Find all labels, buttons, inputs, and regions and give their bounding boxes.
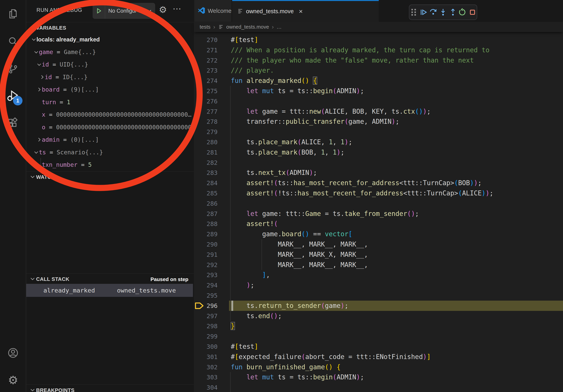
call-stack-section-header[interactable]: CALL STACK Paused on step — [26, 273, 194, 284]
code-line[interactable]: 292 MARK__, MARK__, MARK__, — [194, 260, 563, 270]
code-line[interactable]: 279 — [194, 127, 563, 137]
code-line[interactable]: 274fun already_marked() { — [194, 76, 563, 86]
breadcrumb-tests[interactable]: tests — [200, 24, 210, 30]
code-line[interactable]: 270#[test] — [194, 35, 563, 45]
line-number[interactable]: 301 — [194, 352, 218, 362]
line-number[interactable]: 272 — [194, 55, 218, 65]
line-number[interactable]: 275 — [194, 86, 218, 96]
line-number[interactable]: 284 — [194, 178, 218, 188]
settings-gear-icon[interactable]: ⚙ — [6, 373, 21, 388]
variable-row[interactable]: id = UID{...} — [26, 58, 194, 71]
chevron-down-icon[interactable] — [31, 37, 37, 42]
variable-row[interactable]: turn = 1 — [26, 96, 194, 109]
step-into-icon[interactable] — [439, 8, 448, 17]
line-number[interactable]: 280 — [194, 137, 218, 147]
step-out-icon[interactable] — [448, 8, 457, 17]
code-line[interactable]: 301#[expected_failure(abort_code = ttt::… — [194, 352, 563, 362]
watch-section-header[interactable]: WATCH — [26, 171, 194, 182]
call-stack-frame[interactable]: already_marked owned_tests.move — [26, 284, 193, 297]
line-number[interactable]: 277 — [194, 106, 218, 117]
code-line[interactable]: 273/// player. — [194, 65, 563, 76]
step-over-icon[interactable] — [429, 8, 437, 17]
line-number[interactable]: 270 — [194, 35, 218, 45]
line-number[interactable]: 290 — [194, 239, 218, 249]
gear-icon[interactable]: ⚙ — [159, 4, 167, 15]
line-number[interactable]: 297 — [194, 311, 218, 321]
code-line[interactable]: 286 — [194, 198, 563, 209]
chevron-down-icon[interactable] — [34, 150, 39, 155]
code-line[interactable]: 295 — [194, 290, 563, 301]
code-line[interactable]: 271/// When a position is already marked… — [194, 45, 563, 55]
start-debug-icon[interactable] — [93, 3, 105, 19]
line-number[interactable]: 298 — [194, 321, 218, 331]
search-icon[interactable] — [6, 34, 21, 49]
variable-row[interactable]: ts = Scenario{...} — [26, 146, 194, 159]
tab-welcome[interactable]: Welcome — [194, 0, 232, 22]
code-editor[interactable]: 270#[test]271/// When a position is alre… — [194, 32, 563, 392]
launch-config-dropdown[interactable]: No Configur — [93, 3, 155, 19]
code-line[interactable]: 289 game.board() == vector[ — [194, 229, 563, 239]
code-line[interactable]: 300#[test] — [194, 341, 563, 352]
variable-row[interactable]: admin = (0)[...] — [26, 133, 194, 146]
code-line[interactable]: 283 ts.next_tx(ADMIN); — [194, 168, 563, 178]
chevron-right-icon[interactable] — [37, 137, 42, 142]
code-line[interactable]: 293 ], — [194, 270, 563, 280]
code-line[interactable]: 287 let game: ttt::Game = ts.take_from_s… — [194, 209, 563, 219]
code-line[interactable]: 281 ts.place_mark(BOB, 1, 1); — [194, 147, 563, 157]
line-number[interactable]: 295 — [194, 290, 218, 301]
line-number[interactable]: 281 — [194, 147, 218, 157]
code-line[interactable]: 282 — [194, 157, 563, 168]
breadcrumb-file[interactable]: owned_tests.move — [226, 24, 269, 30]
variables-section-header[interactable]: VARIABLES — [26, 22, 194, 33]
line-number[interactable]: 289 — [194, 229, 218, 239]
source-control-icon[interactable] — [6, 61, 21, 76]
variable-row[interactable]: board = (9)[...] — [26, 83, 194, 96]
chevron-right-icon[interactable] — [37, 87, 42, 92]
chevron-down-icon[interactable] — [37, 62, 42, 67]
code-line[interactable]: 288 assert!( — [194, 219, 563, 229]
code-line[interactable]: 302fun burn_unfinished_game() { — [194, 362, 563, 372]
code-line[interactable]: 280 ts.place_mark(ALICE, 1, 1); — [194, 137, 563, 147]
line-number[interactable]: 304 — [194, 382, 218, 392]
code-line[interactable]: 290 MARK__, MARK__, MARK__, — [194, 239, 563, 249]
code-line[interactable]: 296 ts.return_to_sender(game); — [194, 301, 563, 311]
chevron-right-icon[interactable] — [39, 74, 45, 80]
line-number[interactable]: 287 — [194, 209, 218, 219]
variable-row[interactable]: x = 000000000000000000000000000000000000… — [26, 108, 194, 121]
line-number[interactable]: 286 — [194, 198, 218, 209]
code-line[interactable]: 303 let mut ts = ts::begin(ADMIN); — [194, 372, 563, 382]
code-line[interactable]: 275 let mut ts = ts::begin(ADMIN); — [194, 86, 563, 96]
line-number[interactable]: 271 — [194, 45, 218, 55]
variable-row[interactable]: game = Game{...} — [26, 46, 194, 58]
line-number[interactable]: 285 — [194, 188, 218, 198]
line-number[interactable]: 291 — [194, 249, 218, 260]
line-number[interactable]: 276 — [194, 96, 218, 106]
variable-row[interactable]: txn_number = 5 — [26, 158, 194, 171]
code-line[interactable]: 297 ts.end(); — [194, 311, 563, 321]
restart-icon[interactable] — [459, 8, 467, 17]
variable-row[interactable]: id = ID{...} — [26, 71, 194, 83]
code-line[interactable]: 294 ); — [194, 280, 563, 290]
more-actions-icon[interactable]: ⋯ — [173, 3, 182, 14]
line-number[interactable]: 282 — [194, 157, 218, 168]
line-number[interactable]: 293 — [194, 270, 218, 280]
code-line[interactable]: 285 assert!(!ts::has_most_recent_for_add… — [194, 188, 563, 198]
code-line[interactable]: 304 — [194, 382, 563, 392]
line-number[interactable]: 283 — [194, 168, 218, 178]
code-line[interactable]: 278 transfer::public_transfer(game, ADMI… — [194, 117, 563, 127]
line-number[interactable]: 299 — [194, 331, 218, 341]
line-number[interactable]: 300 — [194, 341, 218, 352]
code-line[interactable]: 276 — [194, 96, 563, 106]
line-number[interactable]: 303 — [194, 372, 218, 382]
account-icon[interactable] — [6, 345, 21, 360]
line-number[interactable]: 288 — [194, 219, 218, 229]
variable-row[interactable]: o = 000000000000000000000000000000000000… — [26, 121, 194, 134]
line-number[interactable]: 292 — [194, 260, 218, 270]
line-number[interactable]: 294 — [194, 280, 218, 290]
tab-owned-tests[interactable]: owned_tests.move × — [232, 0, 379, 22]
stop-icon[interactable] — [468, 8, 477, 17]
chevron-down-icon[interactable] — [34, 49, 39, 55]
breakpoints-section-header[interactable]: BREAKPOINTS — [26, 384, 194, 392]
code-line[interactable]: 284 assert!(ts::has_most_recent_for_addr… — [194, 178, 563, 188]
variable-row[interactable]: locals: already_marked — [26, 33, 194, 46]
